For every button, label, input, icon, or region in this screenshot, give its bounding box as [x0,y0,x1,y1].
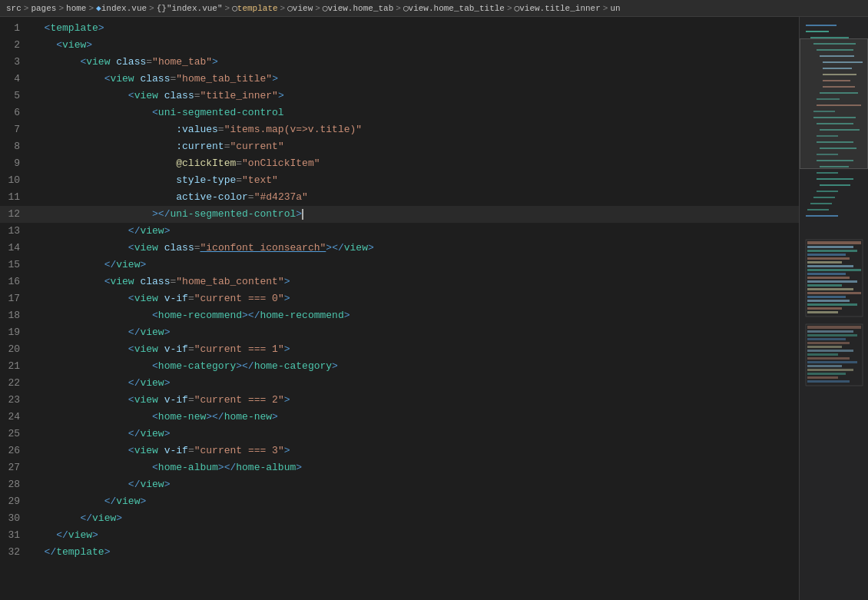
vue-file-icon: ◆ [96,3,101,13]
line-number: 1 [0,20,32,37]
code-line-27: 27 <home-album></home-album> [0,459,799,476]
svg-rect-30 [807,209,829,210]
breadcrumb-view-title-inner: view.title_inner [519,4,601,13]
breadcrumb-sep: > [280,4,286,13]
line-content: </view> [32,476,799,493]
minimap-highlight [800,38,868,169]
code-line-12: 12 ></uni-segmented-control> [0,206,799,223]
code-line-19: 19 </view> [0,324,799,341]
svg-rect-33 [807,241,861,244]
line-content: </view> [32,510,799,527]
line-content: <view v-if="current === 2"> [32,392,799,409]
code-line-7: 7 :values="items.map(v=>v.title)" [0,121,799,138]
line-number: 8 [0,138,32,155]
line-number: 27 [0,459,32,476]
line-content: <view v-if="current === 0"> [32,290,799,307]
breadcrumb-sep: > [24,4,29,13]
code-line-3: 3 <view class="home_tab"> [0,54,799,71]
line-content: ></uni-segmented-control> [32,206,799,223]
line-content: </view> [32,223,799,240]
line-number: 30 [0,510,32,527]
line-content: <home-recommend></home-recommend> [32,307,799,324]
code-line-24: 24 <home-new></home-new> [0,409,799,426]
line-content: <uni-segmented-control [32,104,799,121]
svg-rect-28 [813,197,835,198]
breadcrumb-braces: {} [157,4,167,13]
breadcrumb-sep: > [315,4,320,13]
line-content: <view> [32,37,799,54]
breadcrumb-view-home-tab-title: view.home_tab_title [409,4,505,13]
breadcrumb-bar: src > pages > home > ◆ index.vue > {} "i… [0,0,868,17]
line-number: 5 [0,88,32,104]
svg-rect-47 [807,296,846,298]
breadcrumb-view: view [293,4,313,13]
line-number: 31 [0,527,32,544]
code-line-23: 23 <view v-if="current === 2"> [0,392,799,409]
breadcrumb-sep: > [507,4,512,13]
code-line-28: 28 </view> [0,476,799,493]
code-line-11: 11 active-color="#d4237a" [0,189,799,206]
code-line-16: 16 <view class="home_tab_content"> [0,273,799,290]
line-number: 10 [0,172,32,189]
svg-rect-38 [807,261,842,264]
code-line-1: 1 <template> [0,20,799,37]
breadcrumb-sep: > [396,4,401,13]
editor-area: 1 <template>2 <view>3 <view class="home_… [0,17,799,600]
svg-rect-64 [807,369,853,371]
svg-rect-51 [807,311,838,313]
svg-rect-60 [807,353,838,356]
svg-rect-58 [807,346,842,348]
code-line-15: 15 </view> [0,257,799,273]
line-content: <view v-if="current === 1"> [32,341,799,358]
code-line-26: 26 <view v-if="current === 3"> [0,443,799,459]
line-number: 25 [0,426,32,443]
svg-rect-35 [807,250,857,252]
line-content: </view> [32,493,799,510]
breadcrumb-sep: > [58,4,64,13]
code-line-21: 21 <home-category></home-category> [0,358,799,375]
view-icon: ◯ [287,3,293,13]
code-line-30: 30 </view> [0,510,799,527]
svg-rect-31 [806,215,838,217]
view-home-tab-title-icon: ◯ [403,3,409,13]
breadcrumb-view-home-tab: view.home_tab [327,4,393,13]
line-number: 13 [0,223,32,240]
svg-rect-24 [817,172,838,174]
breadcrumb-sep: > [149,4,154,13]
line-content: style-type="text" [32,172,799,189]
code-line-29: 29 </view> [0,493,799,510]
line-content: <view class="home_tab"> [32,54,799,71]
line-number: 32 [0,544,32,561]
view-home-tab-icon: ◯ [323,3,328,13]
line-number: 4 [0,71,32,88]
svg-rect-29 [810,203,832,204]
line-number: 14 [0,240,32,257]
svg-rect-45 [807,288,853,290]
svg-rect-26 [820,184,850,186]
code-line-10: 10 style-type="text" [0,172,799,189]
svg-rect-43 [807,280,857,283]
line-content: <template> [32,20,799,37]
line-number: 26 [0,443,32,459]
svg-rect-1 [806,31,829,32]
line-number: 29 [0,493,32,510]
line-number: 3 [0,54,32,71]
line-number: 28 [0,476,32,493]
svg-rect-41 [807,273,846,275]
line-number: 16 [0,273,32,290]
template-icon: ◯ [232,3,237,13]
svg-rect-36 [807,254,846,256]
svg-rect-48 [807,300,850,302]
svg-rect-56 [807,338,846,340]
code-line-14: 14 <view class="iconfont iconsearch"></v… [0,240,799,257]
code-line-25: 25 </view> [0,426,799,443]
code-line-13: 13 </view> [0,223,799,240]
code-lines[interactable]: 1 <template>2 <view>3 <view class="home_… [0,17,799,600]
svg-rect-62 [807,361,857,363]
svg-rect-42 [807,277,850,279]
breadcrumb-sep: > [603,4,608,13]
line-number: 6 [0,104,32,121]
line-number: 15 [0,257,32,273]
svg-rect-49 [807,303,857,306]
breadcrumb-src: src [6,4,22,13]
